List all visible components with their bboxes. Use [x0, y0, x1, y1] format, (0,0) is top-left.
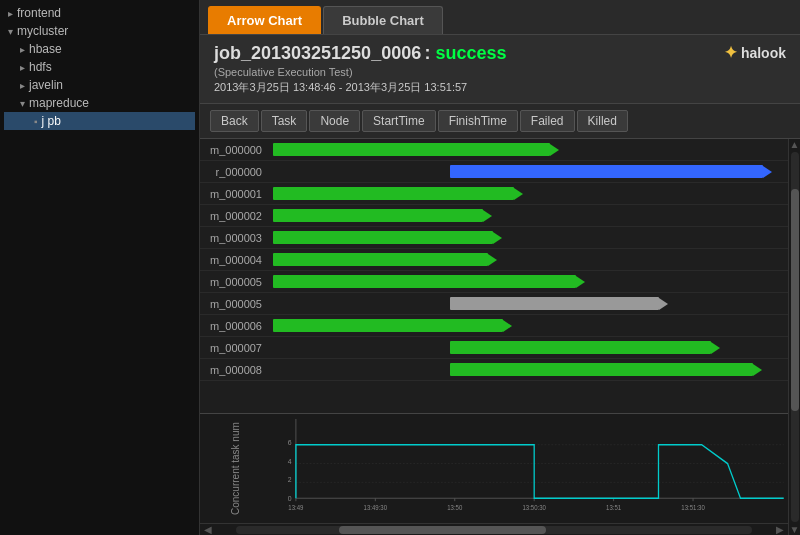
job-info: job_201303251250_0006 : success (Specula…: [214, 43, 724, 95]
sidebar-item-label: mapreduce: [29, 96, 89, 110]
folder-open-icon: ▾: [20, 98, 25, 109]
bottom-scroll-track[interactable]: [236, 526, 752, 534]
row-bar-area: [268, 293, 788, 314]
arrow-head: [483, 210, 492, 222]
sidebar-item-mapreduce[interactable]: ▾ mapreduce: [4, 94, 195, 112]
svg-text:13:49: 13:49: [288, 504, 303, 511]
bottom-scrollbar[interactable]: ◀ ▶: [200, 523, 788, 535]
svg-text:4: 4: [288, 456, 292, 466]
job-header: job_201303251250_0006 : success (Specula…: [200, 35, 800, 104]
folder-icon: ▸: [20, 80, 25, 91]
svg-text:13:49:30: 13:49:30: [364, 504, 388, 511]
arrow-rows[interactable]: m_000000r_000000m_000001m_000002m_000003…: [200, 139, 788, 413]
sidebar-item-hdfs[interactable]: ▸ hdfs: [4, 58, 195, 76]
sidebar-item-hbase[interactable]: ▸ hbase: [4, 40, 195, 58]
main-content: Arrow Chart Bubble Chart job_20130325125…: [200, 0, 800, 535]
arrow-bar-body: [273, 187, 514, 200]
filter-back-button[interactable]: Back: [210, 110, 259, 132]
row-label: m_000003: [200, 232, 268, 244]
job-separator: :: [425, 43, 436, 63]
table-row[interactable]: m_000000: [200, 139, 788, 161]
arrow-bar: [450, 341, 720, 354]
filter-node-button[interactable]: Node: [309, 110, 360, 132]
arrow-bar: [273, 143, 559, 156]
table-row[interactable]: m_000008: [200, 359, 788, 381]
arrow-bar-body: [450, 165, 763, 178]
scroll-left-arrow[interactable]: ◀: [200, 524, 216, 535]
arrow-bar: [273, 275, 585, 288]
row-bar-area: [268, 183, 788, 204]
table-row[interactable]: m_000005: [200, 293, 788, 315]
arrow-bar-body: [450, 297, 659, 310]
filter-killed-button[interactable]: Killed: [577, 110, 628, 132]
scroll-up-arrow[interactable]: ▲: [790, 139, 800, 150]
arrow-bar-body: [273, 319, 503, 332]
filter-failed-button[interactable]: Failed: [520, 110, 575, 132]
right-scroll-track[interactable]: [791, 152, 799, 522]
row-label: m_000000: [200, 144, 268, 156]
sidebar-item-label: mycluster: [17, 24, 68, 38]
sidebar-item-label: frontend: [17, 6, 61, 20]
bottom-scroll-thumb[interactable]: [339, 526, 545, 534]
arrow-bar: [450, 165, 772, 178]
table-row[interactable]: m_000001: [200, 183, 788, 205]
table-row[interactable]: m_000004: [200, 249, 788, 271]
folder-icon: ▸: [20, 62, 25, 73]
row-label: m_000008: [200, 364, 268, 376]
tab-arrow-chart[interactable]: Arrow Chart: [208, 6, 321, 34]
sidebar-item-mycluster[interactable]: ▾ mycluster: [4, 22, 195, 40]
scroll-down-arrow[interactable]: ▼: [790, 524, 800, 535]
row-label: m_000005: [200, 276, 268, 288]
right-scrollbar[interactable]: ▲ ▼: [788, 139, 800, 535]
sidebar-item-label: hbase: [29, 42, 62, 56]
sidebar-item-jb[interactable]: ▪ j pb: [4, 112, 195, 130]
table-row[interactable]: m_000003: [200, 227, 788, 249]
svg-text:13:50: 13:50: [447, 504, 462, 511]
filter-finishtime-button[interactable]: FinishTime: [438, 110, 518, 132]
table-row[interactable]: m_000007: [200, 337, 788, 359]
table-row[interactable]: m_000006: [200, 315, 788, 337]
arrow-chart: m_000000r_000000m_000001m_000002m_000003…: [200, 139, 788, 535]
arrow-bar: [273, 231, 502, 244]
row-bar-area: [268, 359, 788, 380]
svg-text:0: 0: [288, 494, 292, 504]
arrow-head: [763, 166, 772, 178]
job-subtitle: (Speculative Execution Test): [214, 66, 724, 78]
row-label: m_000001: [200, 188, 268, 200]
arrow-head: [753, 364, 762, 376]
sidebar-item-javelin[interactable]: ▸ javelin: [4, 76, 195, 94]
sidebar-item-frontend[interactable]: ▸ frontend: [4, 4, 195, 22]
timeline-svg: 0 2 4 6 13:49 13:49:30 13:50 13:50:30 13…: [270, 414, 788, 523]
file-icon: ▪: [34, 116, 38, 127]
filter-starttime-button[interactable]: StartTime: [362, 110, 436, 132]
job-status: success: [436, 43, 507, 63]
svg-text:13:51: 13:51: [606, 504, 621, 511]
arrow-bar-body: [450, 341, 711, 354]
sidebar-item-label: hdfs: [29, 60, 52, 74]
arrow-bar: [273, 253, 497, 266]
filter-task-button[interactable]: Task: [261, 110, 308, 132]
timeline-chart: Concurrent task num 0 2 4 6: [200, 413, 788, 523]
sidebar-item-label: javelin: [29, 78, 63, 92]
arrow-bar: [273, 209, 491, 222]
svg-text:13:50:30: 13:50:30: [522, 504, 546, 511]
folder-icon: ▸: [20, 44, 25, 55]
scroll-right-arrow[interactable]: ▶: [772, 524, 788, 535]
timeline-y-axis-label: Concurrent task num: [200, 414, 270, 523]
table-row[interactable]: m_000002: [200, 205, 788, 227]
arrow-bar-body: [450, 363, 753, 376]
table-row[interactable]: m_000005: [200, 271, 788, 293]
row-bar-area: [268, 337, 788, 358]
arrow-bar: [273, 187, 523, 200]
arrow-bar-body: [273, 209, 482, 222]
table-row[interactable]: r_000000: [200, 161, 788, 183]
arrow-bar: [450, 297, 668, 310]
row-bar-area: [268, 161, 788, 182]
arrow-head: [488, 254, 497, 266]
row-label: m_000006: [200, 320, 268, 332]
arrow-bar-body: [273, 231, 493, 244]
svg-text:2: 2: [288, 475, 292, 485]
tab-bubble-chart[interactable]: Bubble Chart: [323, 6, 443, 34]
right-scroll-thumb[interactable]: [791, 189, 799, 411]
arrow-bar-body: [273, 143, 550, 156]
